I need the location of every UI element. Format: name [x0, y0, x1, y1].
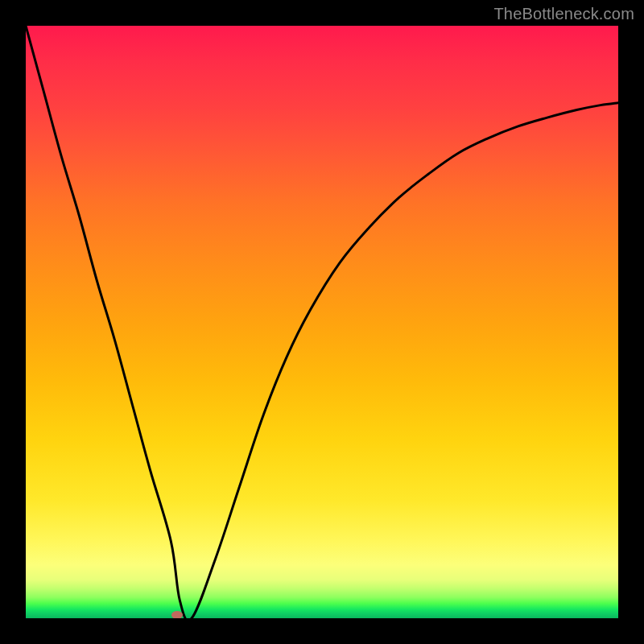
chart-frame: TheBottleneck.com	[0, 0, 644, 644]
optimum-marker	[171, 611, 183, 618]
plot-area	[26, 26, 618, 618]
watermark-text: TheBottleneck.com	[493, 5, 634, 23]
bottleneck-curve	[26, 26, 618, 618]
